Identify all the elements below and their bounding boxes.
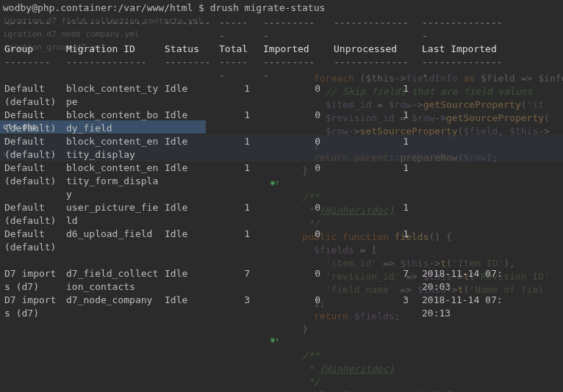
cell-migration-id: d6_upload_field — [65, 228, 163, 254]
cell-total: 1 — [218, 135, 262, 161]
cell-total: 1 — [218, 201, 262, 228]
cell-imported: 0 — [262, 161, 332, 201]
cell-unprocessed: 1 — [332, 135, 420, 161]
cell-unprocessed: 1 — [332, 109, 420, 135]
cell-unprocessed: 3 — [332, 294, 420, 320]
cell-last-imported: 2018-11-14 07:20:13 — [420, 294, 509, 320]
col-unprocessed: Unprocessed — [332, 43, 420, 56]
cell-group: Default (default) — [3, 228, 65, 254]
cell-last-imported — [420, 82, 509, 109]
cell-group: Default (default) — [3, 82, 65, 109]
col-imported: Imported — [262, 43, 332, 56]
table-row: D7 imports (d7)d7_field_collection_conta… — [0, 267, 563, 294]
cell-total: 3 — [218, 294, 262, 320]
cell-last-imported — [420, 201, 509, 228]
col-status: Status — [163, 43, 218, 56]
cell-migration-id: block_content_body_field — [65, 109, 163, 135]
cell-imported: 0 — [262, 135, 332, 161]
cell-total: 1 — [218, 161, 262, 201]
table-header: Group Migration ID Status Total Imported… — [0, 43, 563, 56]
table-row: Default (default)block_content_body_fiel… — [0, 109, 563, 135]
shell-prompt: wodby@php.container:/var/www/html $ drus… — [0, 0, 563, 16]
cell-imported: 0 — [262, 267, 332, 294]
cell-unprocessed: 1 — [332, 228, 420, 254]
cell-status: Idle — [163, 135, 218, 161]
cell-unprocessed: 1 — [332, 201, 420, 228]
terminal-output[interactable]: wodby@php.container:/var/www/html $ drus… — [0, 0, 563, 392]
cell-total: 7 — [218, 267, 262, 294]
cell-last-imported — [420, 109, 509, 135]
cell-last-imported: 2018-11-14 07:20:03 — [420, 267, 509, 294]
cell-imported: 0 — [262, 82, 332, 109]
cell-last-imported — [420, 228, 509, 254]
cell-group: D7 imports (d7) — [3, 267, 65, 294]
cell-total: 1 — [218, 82, 262, 109]
cell-status: Idle — [163, 201, 218, 228]
cell-group: Default (default) — [3, 161, 65, 201]
cell-total: 1 — [218, 109, 262, 135]
table-row: Default (default)block_content_typeIdle1… — [0, 82, 563, 109]
cell-group: Default (default) — [3, 201, 65, 228]
cell-status: Idle — [163, 82, 218, 109]
cell-imported: 0 — [262, 109, 332, 135]
cell-group: D7 imports (d7) — [3, 294, 65, 320]
cell-migration-id: block_content_entity_form_display — [65, 161, 163, 201]
table-separator: ----------------------------------------… — [0, 56, 563, 82]
col-last-imported: Last Imported — [420, 43, 509, 56]
cell-group: Default (default) — [3, 109, 65, 135]
cell-unprocessed: 1 — [332, 82, 420, 109]
cell-last-imported — [420, 135, 509, 161]
cell-status: Idle — [163, 109, 218, 135]
table-row: Default (default)user_picture_fieldIdle1… — [0, 201, 563, 228]
cell-migration-id: block_content_type — [65, 82, 163, 109]
cell-group: Default (default) — [3, 135, 65, 161]
table-row: Default (default)block_content_entity_di… — [0, 135, 563, 161]
table-row: Default (default)block_content_entity_fo… — [0, 161, 563, 201]
col-total: Total — [218, 43, 262, 56]
table-separator: ----------------------------------------… — [0, 16, 563, 43]
col-group: Group — [3, 43, 65, 56]
cell-migration-id: block_content_entity_display — [65, 135, 163, 161]
cell-imported: 0 — [262, 228, 332, 254]
col-migration-id: Migration ID — [65, 43, 163, 56]
cell-status: Idle — [163, 228, 218, 254]
cell-status: Idle — [163, 267, 218, 294]
cell-status: Idle — [163, 161, 218, 201]
cell-unprocessed: 7 — [332, 267, 420, 294]
cell-unprocessed: 1 — [332, 161, 420, 201]
cell-imported: 0 — [262, 294, 332, 320]
cell-migration-id: user_picture_field — [65, 201, 163, 228]
cell-migration-id: d7_node_company — [65, 294, 163, 320]
cell-imported: 0 — [262, 201, 332, 228]
table-row: Default (default)d6_upload_fieldIdle101 — [0, 228, 563, 254]
cell-migration-id: d7_field_collection_contacts — [65, 267, 163, 294]
table-row: D7 imports (d7)d7_node_companyIdle303201… — [0, 294, 563, 320]
cell-status: Idle — [163, 294, 218, 320]
cell-total: 1 — [218, 228, 262, 254]
cell-last-imported — [420, 161, 509, 201]
